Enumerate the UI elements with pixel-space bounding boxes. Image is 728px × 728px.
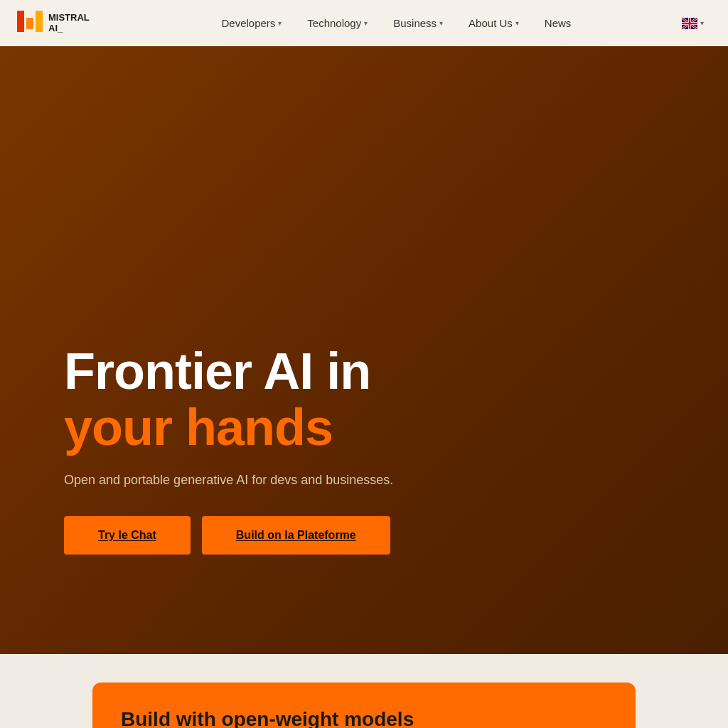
nav-links: Developers ▾ Technology ▾ Business ▾ Abo… — [118, 11, 675, 35]
logo-line1: MISTRAL — [48, 13, 90, 23]
logo-line2: AI_ — [48, 23, 90, 33]
nav-label-news: News — [545, 17, 572, 29]
nav-right: ▾ — [675, 14, 711, 33]
logo[interactable]: MISTRAL AI_ — [17, 11, 90, 36]
lower-section-title: Build with open-weight models — [121, 708, 414, 728]
svg-rect-3 — [36, 11, 43, 25]
hero-buttons: Try le Chat Build on la Plateforme — [64, 516, 562, 555]
navbar: MISTRAL AI_ Developers ▾ Technology ▾ Bu… — [0, 0, 728, 46]
svg-rect-1 — [17, 25, 24, 32]
chevron-down-icon: ▾ — [278, 19, 282, 27]
chevron-down-icon: ▾ — [700, 19, 704, 27]
chevron-down-icon: ▾ — [515, 19, 519, 27]
nav-label-technology: Technology — [307, 17, 361, 29]
nav-item-developers[interactable]: Developers ▾ — [210, 11, 293, 35]
hero-content: Frontier AI in your hands Open and porta… — [64, 343, 562, 555]
chevron-down-icon: ▾ — [439, 19, 443, 27]
nav-item-news[interactable]: News — [533, 11, 583, 35]
hero-title-orange: your hands — [64, 400, 562, 456]
svg-rect-0 — [17, 11, 24, 25]
language-selector[interactable]: ▾ — [675, 14, 711, 33]
nav-label-business: Business — [393, 17, 437, 29]
try-le-chat-button[interactable]: Try le Chat — [64, 516, 191, 555]
build-platform-button[interactable]: Build on la Plateforme — [202, 516, 390, 555]
nav-label-developers: Developers — [221, 17, 275, 29]
flag-uk-icon — [682, 18, 697, 29]
nav-item-about-us[interactable]: About Us ▾ — [457, 11, 530, 35]
open-weight-card: Build with open-weight models — [92, 682, 636, 728]
logo-text: MISTRAL AI_ — [48, 13, 90, 33]
nav-item-technology[interactable]: Technology ▾ — [296, 11, 379, 35]
nav-label-about-us: About Us — [469, 17, 513, 29]
hero-section: Frontier AI in your hands Open and porta… — [0, 46, 728, 654]
hero-subtitle: Open and portable generative AI for devs… — [64, 473, 562, 488]
hero-title-white: Frontier AI in — [64, 343, 562, 400]
svg-rect-4 — [36, 25, 43, 32]
mistral-logo-icon — [17, 11, 43, 36]
svg-rect-2 — [26, 18, 33, 29]
chevron-down-icon: ▾ — [364, 19, 368, 27]
nav-item-business[interactable]: Business ▾ — [382, 11, 454, 35]
lower-section: Build with open-weight models — [0, 654, 728, 728]
lower-title-text: Build with open-weight models — [121, 708, 414, 728]
